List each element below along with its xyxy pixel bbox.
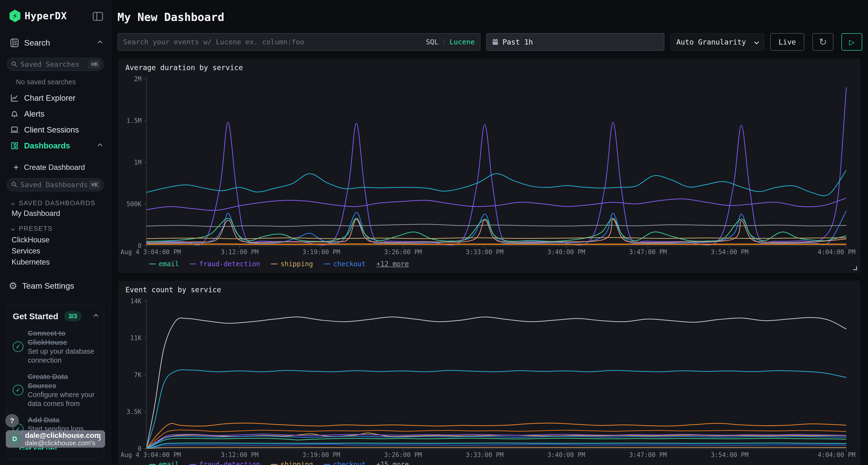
chevron-down-icon — [754, 39, 759, 44]
hyperdx-logo-icon: ⚡ — [9, 10, 21, 22]
event-search-input[interactable] — [123, 38, 426, 46]
granularity-value: Auto Granularity — [676, 38, 746, 46]
legend-item-checkout[interactable]: checkout — [323, 260, 366, 268]
team-settings-label: Team Settings — [22, 281, 74, 291]
legend-item-fraud-detection[interactable]: fraud-detection — [189, 260, 260, 268]
sidebar-item-services[interactable]: Services — [11, 247, 40, 255]
saved-dashboards-input[interactable]: ⌘K — [7, 178, 104, 191]
sidebar-collapse-button[interactable] — [93, 12, 103, 21]
granularity-dropdown[interactable]: Auto Granularity — [670, 33, 764, 51]
legend-item-email[interactable]: email — [149, 460, 179, 465]
x-axis-label: Aug 4 3:04:00 PM — [121, 451, 181, 459]
x-axis-label: 3:12:00 PM — [221, 451, 259, 459]
panel-average-duration: Average duration by service 0500K1M1.5M2… — [118, 59, 860, 273]
create-dashboard-label: Create Dashboard — [24, 163, 85, 172]
x-axis-label: 3:47:00 PM — [629, 248, 667, 256]
resize-handle-icon[interactable] — [853, 266, 857, 270]
legend-item-shipping[interactable]: shipping — [271, 260, 313, 268]
event-search-bar[interactable]: SQL | Lucene — [118, 33, 480, 51]
calendar-icon — [492, 38, 499, 45]
sidebar-item-my-dashboard[interactable]: My Dashboard — [11, 209, 60, 218]
sidebar-item-alerts[interactable]: Alerts — [9, 109, 102, 119]
series-series-bright-cyan — [146, 443, 846, 449]
panel-title: Event count by service — [125, 286, 221, 294]
legend-swatch — [271, 464, 278, 465]
live-button[interactable]: Live — [770, 33, 804, 51]
checklist-item-connect[interactable]: ✓ Connect to ClickHouse Set up your data… — [13, 329, 98, 365]
sidebar-item-dashboards[interactable]: Dashboards — [9, 141, 102, 150]
x-axis-label: 3:47:00 PM — [629, 451, 667, 459]
x-axis-label: 3:12:00 PM — [221, 248, 259, 256]
get-started-progress-badge: 3/3 — [64, 311, 82, 322]
sidebar-item-search[interactable]: Search — [9, 38, 102, 47]
legend-item-email[interactable]: email — [149, 260, 179, 268]
create-dashboard-button[interactable]: + Create Dashboard — [13, 162, 85, 172]
lucene-mode-toggle[interactable]: Lucene — [450, 38, 475, 46]
help-button[interactable]: ? — [5, 414, 19, 427]
saved-searches-input[interactable]: ⌘K — [7, 58, 104, 71]
refresh-icon: ↻ — [819, 36, 827, 47]
sidebar-item-kubernetes[interactable]: Kubernetes — [11, 258, 50, 266]
y-axis-label: 7K — [134, 371, 142, 378]
user-email: dale@clickhouse.com — [25, 431, 97, 439]
chevron-down-icon — [11, 201, 14, 205]
series-series-orange-dark — [146, 430, 846, 449]
legend-swatch — [323, 264, 330, 265]
average-duration-chart[interactable]: 0500K1M1.5M2MAug 4 3:04:00 PM3:12:00 PM3… — [118, 59, 860, 273]
search-section-label: Search — [24, 38, 50, 47]
time-range-picker[interactable]: Past 1h — [486, 33, 664, 51]
avatar: D — [9, 433, 21, 445]
legend-swatch — [189, 264, 196, 265]
legend-label: checkout — [333, 260, 366, 268]
plus-icon: + — [13, 162, 19, 172]
gear-icon: ⚙ — [9, 280, 18, 291]
legend-label: fraud-detection — [199, 460, 260, 465]
event-count-chart[interactable]: 03.5K7K11K14KAug 4 3:04:00 PM3:12:00 PM3… — [118, 281, 860, 465]
legend-label: shipping — [280, 260, 313, 268]
sql-mode-toggle[interactable]: SQL — [426, 38, 438, 46]
legend-swatch — [271, 264, 278, 265]
legend-swatch — [323, 464, 330, 465]
legend-more-link[interactable]: +15 more — [376, 460, 409, 465]
sidebar-item-team-settings[interactable]: ⚙ Team Settings — [9, 280, 74, 291]
sidebar-item-client-sessions[interactable]: Client Sessions — [9, 125, 102, 134]
x-axis-label: 3:19:00 PM — [302, 451, 340, 459]
legend-label: shipping — [280, 460, 313, 465]
client-sessions-label: Client Sessions — [24, 125, 79, 134]
search-icon — [11, 182, 18, 188]
presets-header[interactable]: PRESETS — [11, 225, 53, 232]
saved-searches-field[interactable] — [21, 60, 89, 68]
legend-item-checkout[interactable]: checkout — [323, 460, 366, 465]
chevron-up-icon — [98, 40, 102, 45]
saved-dashboards-header[interactable]: SAVED DASHBOARDS — [11, 199, 95, 207]
legend-item-shipping[interactable]: shipping — [271, 460, 313, 465]
chart-legend: emailfraud-detectionshippingcheckout+12 … — [149, 260, 409, 268]
logo[interactable]: ⚡ HyperDX — [9, 10, 67, 22]
refresh-button[interactable]: ↻ — [812, 33, 833, 51]
saved-dashboards-field[interactable] — [21, 181, 89, 189]
user-account-chip[interactable]: D dale@clickhouse.com dale@clickhouse.co… — [6, 430, 105, 447]
checklist-item-sources[interactable]: ✓ Create Data Sources Configure where yo… — [13, 372, 98, 408]
time-range-value: Past 1h — [502, 38, 533, 46]
sidebar-item-clickhouse[interactable]: ClickHouse — [11, 236, 50, 244]
x-axis-label: 3:26:00 PM — [384, 248, 422, 256]
legend-label: fraud-detection — [199, 260, 260, 268]
x-axis-label: 3:26:00 PM — [384, 451, 422, 459]
legend-label: checkout — [333, 460, 366, 465]
y-axis-label: 1.5M — [126, 117, 142, 124]
y-axis-label: 3.5K — [126, 408, 142, 416]
run-query-button[interactable]: ▷ — [841, 33, 862, 51]
x-axis-label: 3:40:00 PM — [548, 248, 585, 256]
chevron-up-icon[interactable] — [94, 314, 98, 319]
y-axis-label: 1M — [134, 159, 142, 166]
sidebar-item-chart-explorer[interactable]: Chart Explorer — [9, 94, 102, 103]
legend-swatch — [189, 464, 196, 465]
legend-item-fraud-detection[interactable]: fraud-detection — [189, 460, 260, 465]
collapse-sidebar-icon — [93, 12, 103, 21]
shortcut-badge: ⌘K — [89, 60, 100, 69]
dashboards-icon — [9, 141, 20, 150]
legend-swatch — [149, 264, 156, 265]
panel-title: Average duration by service — [125, 63, 243, 72]
series-series-grey — [146, 224, 846, 227]
legend-more-link[interactable]: +12 more — [376, 260, 409, 268]
